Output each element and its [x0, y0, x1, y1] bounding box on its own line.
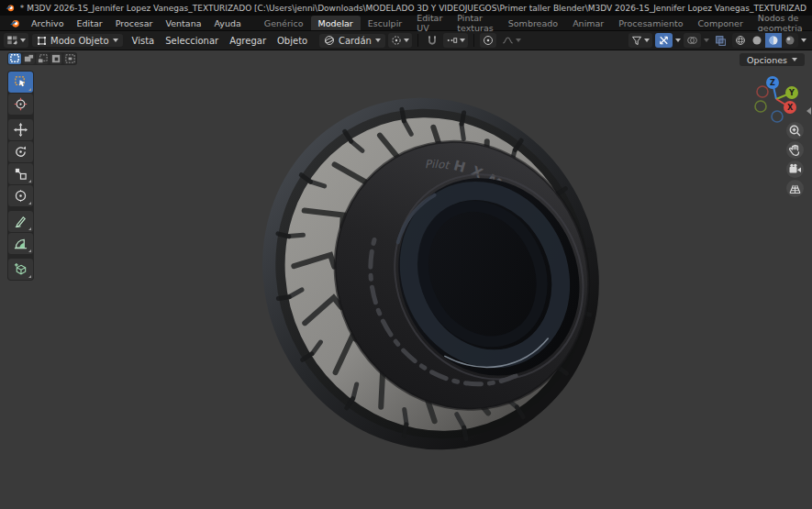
- chevron-down-icon: [792, 58, 797, 61]
- mode-selector[interactable]: Modo Objeto: [32, 34, 123, 47]
- tool-cursor-button[interactable]: [8, 94, 33, 115]
- chevron-down-icon: [113, 39, 118, 42]
- tool-options-corner: [28, 249, 31, 252]
- workspace-tab-animar[interactable]: Animar: [565, 16, 611, 30]
- material-sphere-icon: [768, 35, 779, 46]
- select-mode-subtract-icon: [37, 53, 49, 64]
- chevron-down-icon: [20, 39, 26, 42]
- shading-dropdown-chevron[interactable]: [801, 39, 806, 42]
- chevron-down-icon: [644, 39, 650, 42]
- shading-material-preview-button[interactable]: [765, 33, 782, 48]
- menu-editar[interactable]: Editar: [71, 16, 109, 30]
- viewport-menu-seleccionar[interactable]: Seleccionar: [160, 36, 224, 46]
- overlays-icon: [686, 35, 698, 46]
- workspace-tab-procesamiento[interactable]: Procesamiento: [611, 16, 690, 30]
- tool-options-corner: [28, 202, 31, 205]
- overlays-dropdown-chevron[interactable]: [704, 39, 709, 42]
- rendered-sphere-icon: [784, 35, 795, 46]
- xray-icon: [715, 35, 727, 47]
- workspace-tab-modelar[interactable]: Modelar: [311, 16, 361, 30]
- nav-pan-button[interactable]: [786, 141, 804, 159]
- select-mode-set[interactable]: [8, 53, 21, 64]
- viewport-3d[interactable]: Pilot HXMXXMA Opciones XYZ: [0, 50, 812, 509]
- object-visibility-filter[interactable]: [628, 33, 652, 48]
- chevron-down-icon: [404, 39, 409, 42]
- menu-archivo[interactable]: Archivo: [25, 16, 71, 30]
- shading-solid-button[interactable]: [749, 33, 765, 48]
- axis-negative-ball[interactable]: [757, 86, 768, 97]
- workspace-tab-sombreado[interactable]: Sombreado: [501, 16, 565, 30]
- blender-window: * M3DV 2026-1S_Jennifer Lopez Vanegas_TE…: [0, 0, 812, 509]
- snap-increment-icon: [446, 35, 458, 46]
- workspace-tab-pintar-texturas[interactable]: Pintar texturas: [450, 16, 500, 30]
- tool-options-corner: [28, 88, 31, 91]
- select-mode-invert[interactable]: [50, 53, 62, 64]
- tool-transform-button[interactable]: [8, 185, 33, 206]
- options-button[interactable]: Opciones: [740, 53, 805, 66]
- gimbal-orientation-icon: [324, 35, 335, 46]
- blender-app-icon: [6, 3, 15, 13]
- falloff-curve-icon: [502, 35, 514, 46]
- viewport-menus: VistaSeleccionarAgregarObjeto: [127, 36, 314, 46]
- nav-zoom-button[interactable]: [786, 122, 804, 139]
- nav-toggle-perspective-button[interactable]: [786, 180, 804, 197]
- measure-icon: [14, 237, 28, 250]
- viewport-nav-buttons: [786, 122, 804, 197]
- workspace-tab-componer[interactable]: Componer: [690, 16, 750, 30]
- show-overlays-toggle[interactable]: [684, 33, 701, 48]
- filter-funnel-icon: [631, 35, 642, 46]
- pan-icon: [788, 143, 802, 157]
- sidebar-collapse-arrow[interactable]: [806, 107, 811, 115]
- proportional-editing-toggle[interactable]: [480, 33, 496, 48]
- tool-annotate-button[interactable]: [8, 211, 33, 232]
- select-mode-set-icon: [9, 53, 21, 64]
- menu-ayuda[interactable]: Ayuda: [208, 16, 248, 30]
- menu-ventana[interactable]: Ventana: [159, 16, 207, 30]
- shading-wireframe-button[interactable]: [732, 33, 749, 48]
- tool-add-cube-button[interactable]: [8, 259, 33, 280]
- snap-toggle[interactable]: [424, 33, 440, 48]
- object-mode-icon: [37, 36, 47, 46]
- proportional-falloff-selector[interactable]: [499, 33, 524, 48]
- workspace-tab-nodos-de-geometria[interactable]: Nodos de geometria: [751, 16, 810, 30]
- show-gizmos-toggle[interactable]: [655, 33, 673, 48]
- chevron-down-icon: [516, 39, 521, 42]
- solid-sphere-icon: [751, 35, 762, 46]
- viewport-menu-vista[interactable]: Vista: [127, 36, 161, 46]
- navigation-gizmo[interactable]: XYZ: [752, 72, 800, 125]
- axis-X-label: X: [787, 104, 794, 112]
- rotate-icon: [14, 145, 28, 159]
- transform-orientation-selector[interactable]: Cardán: [319, 34, 385, 48]
- select-mode-intersect[interactable]: [63, 53, 76, 64]
- nav-camera-view-button[interactable]: [786, 160, 804, 178]
- axis-negative-ball[interactable]: [755, 101, 766, 112]
- magnet-icon: [427, 35, 438, 46]
- tool-header: Modo Objeto VistaSeleccionarAgregarObjet…: [0, 31, 812, 50]
- workspace-tab-editar-uv[interactable]: Editar UV: [409, 16, 450, 30]
- tool-measure-button[interactable]: [8, 233, 33, 254]
- viewport-menu-agregar[interactable]: Agregar: [224, 36, 272, 46]
- tool-scale-button[interactable]: [8, 163, 33, 184]
- tire-3d-model[interactable]: Pilot HXMXXMA: [0, 50, 812, 509]
- tool-rotate-button[interactable]: [8, 141, 33, 162]
- tool-select-box-button[interactable]: [8, 72, 33, 93]
- chevron-down-icon: [460, 39, 465, 42]
- shading-rendered-button[interactable]: [782, 33, 798, 48]
- menu-bar: ArchivoEditarProcesarVentanaAyuda Genéri…: [0, 16, 812, 31]
- workspace-tab-genérico[interactable]: Genérico: [257, 16, 311, 30]
- snap-target-selector[interactable]: [443, 33, 468, 48]
- gizmos-icon: [658, 35, 670, 46]
- axis-negative-ball[interactable]: [772, 111, 783, 122]
- editor-type-button[interactable]: [4, 33, 28, 48]
- toggle-xray[interactable]: [712, 33, 729, 49]
- pivot-point-selector[interactable]: [388, 33, 412, 48]
- gizmos-dropdown-chevron[interactable]: [675, 39, 681, 42]
- tool-move-button[interactable]: [8, 119, 33, 140]
- select-mode-subtract[interactable]: [36, 53, 49, 64]
- viewport-menu-objeto[interactable]: Objeto: [272, 36, 313, 46]
- select-mode-extend[interactable]: [22, 53, 35, 64]
- blender-menu-icon[interactable]: [5, 16, 25, 30]
- toolbar-group-gap: [8, 207, 33, 210]
- workspace-tab-esculpir[interactable]: Esculpir: [361, 16, 409, 30]
- menu-procesar[interactable]: Procesar: [109, 16, 160, 30]
